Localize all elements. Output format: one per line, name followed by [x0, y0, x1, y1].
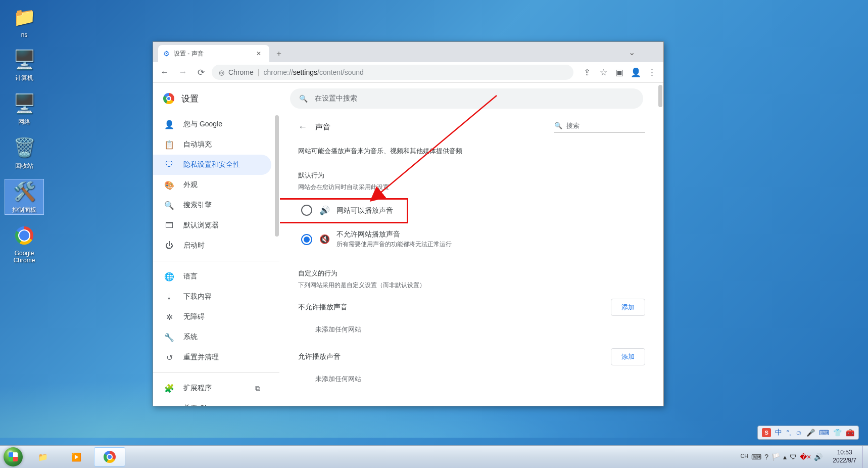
search-placeholder: 在设置中搜索: [315, 94, 357, 103]
add-block-site-button[interactable]: 添加: [611, 299, 645, 316]
nav-you-and-google[interactable]: 👤您与 Google: [153, 114, 271, 134]
volume-mute-icon: 🔇: [319, 234, 329, 245]
page-title: 声音: [315, 122, 330, 132]
share-icon[interactable]: ⇪: [580, 65, 595, 80]
puzzle-icon: 🧩: [164, 384, 174, 393]
system-tray[interactable]: CH ⌨ ? 🏳️ ▴ 🛡 �× 🔊: [736, 453, 827, 461]
block-empty-text: 未添加任何网站: [298, 316, 645, 344]
default-behavior-label: 默认行为: [298, 171, 645, 180]
radio-checked-icon: [301, 234, 312, 245]
desktop-icon-chrome[interactable]: Google Chrome: [5, 223, 43, 264]
download-icon: ⭳: [164, 292, 174, 301]
desktop-icon-ns[interactable]: 📁ns: [5, 5, 43, 38]
tray-flag-icon[interactable]: 🏳️: [771, 453, 780, 461]
nav-default-browser[interactable]: 🗔默认浏览器: [153, 215, 271, 236]
close-tab-icon[interactable]: ✕: [253, 48, 264, 59]
default-behavior-sublabel: 网站会在您访问时自动采用此设置: [298, 183, 645, 192]
page-description: 网站可能会播放声音来为音乐、视频和其他媒体提供音频: [298, 147, 645, 156]
gear-icon: ⚙: [163, 50, 170, 58]
radio-block-sound[interactable]: 🔇 不允许网站播放声音 所有需要使用声音的功能都将无法正常运行: [298, 223, 645, 256]
ime-mode-label: 中: [775, 428, 782, 437]
tray-chevron-up-icon[interactable]: ▴: [783, 453, 787, 461]
taskbar-explorer[interactable]: 📁: [27, 447, 59, 466]
tray-shield-icon[interactable]: 🛡: [790, 453, 797, 461]
wrench-icon: 🔧: [164, 333, 174, 342]
tray-volume-icon[interactable]: 🔊: [814, 453, 823, 461]
search-icon: 🔍: [554, 122, 562, 129]
desktop-icon-computer[interactable]: 🖥️计算机: [5, 48, 43, 82]
nav-about-chrome[interactable]: 关于 Chrome: [153, 398, 271, 406]
show-desktop-button[interactable]: [862, 446, 868, 468]
nav-privacy-security[interactable]: 🛡隐私设置和安全性: [153, 155, 271, 175]
chrome-window: ─ ▢ ✕ ⚙ 设置 - 声音 ✕ ＋ ⌄ ← → ⟳ ◎ Chrome | c…: [153, 41, 664, 406]
start-button[interactable]: [0, 446, 26, 468]
ime-logo-icon: S: [762, 428, 771, 437]
settings-title: 设置: [181, 93, 199, 105]
side-panel-icon[interactable]: ▣: [612, 65, 627, 80]
taskbar-clock[interactable]: 10:53 2022/9/7: [827, 449, 862, 464]
accessibility-icon: ✲: [164, 312, 174, 322]
add-allow-site-button[interactable]: 添加: [611, 348, 645, 365]
block-section-label: 不允许播放声音: [298, 303, 348, 312]
address-toolbar: ← → ⟳ ◎ Chrome | chrome://settings/conte…: [153, 62, 663, 83]
taskbar-media-player[interactable]: ▶️: [61, 447, 92, 466]
tab-title: 设置 - 声音: [174, 50, 204, 58]
url-scheme-label: Chrome: [228, 68, 254, 76]
search-icon: 🔍: [299, 95, 308, 103]
desktop-icon-recycle[interactable]: 🗑️回收站: [5, 135, 43, 170]
address-bar[interactable]: ◎ Chrome | chrome://settings/content/sou…: [212, 65, 573, 80]
ime-skin-icon[interactable]: 👕: [833, 429, 842, 437]
ime-mic-icon[interactable]: 🎤: [806, 429, 815, 437]
desktop-icon-control-panel[interactable]: 🛠️控制面板: [5, 179, 43, 214]
settings-search-input[interactable]: 🔍 在设置中搜索: [290, 88, 643, 109]
external-link-icon: ⧉: [255, 384, 260, 393]
power-icon: ⏻: [164, 241, 174, 250]
tray-lang-label[interactable]: CH: [740, 453, 748, 461]
nav-reset[interactable]: ↺重置并清理: [153, 347, 271, 367]
new-tab-button[interactable]: ＋: [273, 48, 284, 59]
desktop-icon-network[interactable]: 🖥️网络: [5, 91, 43, 126]
nav-system[interactable]: 🔧系统: [153, 327, 271, 347]
nav-reload-button[interactable]: ⟳: [194, 65, 209, 80]
ime-toolbar[interactable]: S 中 °, ☺ 🎤 ⌨ 👕 🧰: [757, 426, 859, 440]
allow-empty-text: 未添加任何网站: [298, 365, 645, 394]
shield-icon: 🛡: [164, 160, 174, 169]
ime-toolbox-icon[interactable]: 🧰: [846, 429, 854, 437]
chrome-logo-icon: [163, 93, 174, 104]
tray-help-icon[interactable]: ?: [764, 453, 768, 461]
nav-autofill[interactable]: 📋自动填充: [153, 134, 271, 155]
tray-keyboard-icon[interactable]: ⌨: [751, 453, 761, 461]
ime-punct-icon[interactable]: °,: [786, 429, 791, 437]
nav-search-engine[interactable]: 🔍搜索引擎: [153, 195, 271, 215]
taskbar-chrome[interactable]: [94, 447, 125, 466]
sidebar-scrollbar[interactable]: [275, 115, 279, 237]
nav-forward-button[interactable]: →: [175, 65, 190, 80]
ime-keyboard-icon[interactable]: ⌨: [819, 429, 829, 437]
globe-icon: 🌐: [164, 272, 174, 282]
browser-tab[interactable]: ⚙ 设置 - 声音 ✕: [158, 45, 269, 62]
custom-behavior-label: 自定义的行为: [298, 269, 645, 278]
nav-appearance[interactable]: 🎨外观: [153, 175, 271, 195]
tab-strip: ⚙ 设置 - 声音 ✕ ＋ ⌄: [153, 42, 663, 62]
nav-downloads[interactable]: ⭳下载内容: [153, 287, 271, 307]
reset-icon: ↺: [164, 353, 174, 362]
nav-on-startup[interactable]: ⏻启动时: [153, 236, 271, 256]
chrome-menu-icon[interactable]: ⋮: [644, 65, 659, 80]
clipboard-icon: 📋: [164, 140, 174, 150]
nav-languages[interactable]: 🌐语言: [153, 266, 271, 287]
page-search-input[interactable]: 🔍 搜索: [554, 121, 645, 133]
chrome-url-icon: ◎: [219, 69, 224, 76]
nav-accessibility[interactable]: ✲无障碍: [153, 307, 271, 327]
tray-close-icon[interactable]: �×: [800, 453, 811, 461]
allow-section-label: 允许播放声音: [298, 352, 341, 361]
tabs-dropdown-icon[interactable]: ⌄: [629, 48, 635, 57]
content-scrollbar[interactable]: [658, 85, 662, 107]
profile-avatar-icon[interactable]: 👤: [628, 65, 643, 80]
settings-header: 设置: [153, 83, 279, 114]
palette-icon: 🎨: [164, 180, 174, 190]
ime-emoji-icon[interactable]: ☺: [795, 429, 802, 437]
back-arrow-button[interactable]: ←: [298, 122, 307, 132]
bookmark-star-icon[interactable]: ☆: [596, 65, 611, 80]
nav-back-button[interactable]: ←: [157, 65, 172, 80]
nav-extensions[interactable]: 🧩扩展程序⧉: [153, 378, 271, 398]
